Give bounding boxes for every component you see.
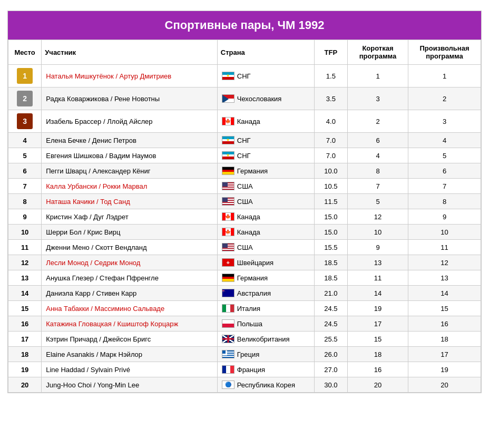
participant-name: Дженни Мено / Скотт Вендланд — [46, 244, 146, 251]
cell-free: 15 — [408, 301, 481, 316]
cell-tfp: 15.5 — [314, 240, 347, 255]
cell-country: США — [217, 179, 314, 194]
cell-free: 1 — [408, 65, 481, 87]
country-cell: 🍁 Канада — [222, 212, 310, 221]
participant-name: Elaine Asanakis / Марк Нэйлор — [46, 350, 142, 358]
cell-short: 4 — [348, 148, 408, 163]
country-cell: 🇦🇺 Австралия — [222, 289, 310, 297]
country-cell: Франция — [222, 365, 310, 374]
country-cell: Греция — [222, 350, 310, 358]
cell-free: 13 — [408, 270, 481, 286]
cell-participant: Катажина Гловацкая / Кшиштоф Корцарж — [42, 316, 218, 332]
cell-place: 2 — [8, 87, 42, 110]
table-row: 8 Наташа Качики / Тод Санд США 11.5 5 8 — [8, 194, 481, 209]
cell-short: 1 — [348, 65, 408, 87]
table-row: 3 Изабель Брассер / Ллойд Айслер 🍁 Канад… — [8, 110, 481, 133]
cell-short: 11 — [348, 270, 408, 286]
table-row: 14 Даниэла Карр / Стивен Карр 🇦🇺 Австрал… — [8, 286, 481, 301]
country-name: Франция — [237, 366, 265, 374]
cell-place: 12 — [8, 255, 42, 270]
place-number: 16 — [21, 320, 28, 328]
cell-tfp: 7.0 — [314, 133, 347, 148]
cell-tfp: 11.5 — [314, 194, 347, 209]
participant-name: Наташа Качики / Тод Санд — [46, 198, 130, 206]
cell-place: 9 — [8, 209, 42, 225]
cell-place: 19 — [8, 362, 42, 377]
participant-name: Пегги Шварц / Александер Кёниг — [46, 167, 150, 175]
table-row: 10 Шерри Бол / Крис Вирц 🍁 Канада 15.0 1… — [8, 225, 481, 240]
country-name: Канада — [237, 228, 260, 236]
cell-free: 14 — [408, 286, 481, 301]
country-name: США — [237, 182, 253, 190]
country-cell: США — [222, 243, 310, 251]
cell-short: 14 — [348, 286, 408, 301]
country-cell: Великобритания — [222, 335, 310, 343]
cell-place: 8 — [8, 194, 42, 209]
country-name: Австралия — [237, 289, 271, 297]
table-row: 9 Кристин Хаф / Дуг Лэдрет 🍁 Канада 15.0… — [8, 209, 481, 225]
cell-place: 15 — [8, 301, 42, 316]
country-name: Польша — [237, 320, 262, 328]
cell-place: 13 — [8, 270, 42, 286]
cell-tfp: 24.5 — [314, 316, 347, 332]
results-table: Место Участник Страна TFP Короткая прогр… — [8, 40, 481, 393]
table-row: 15 Анна Табакки / Массимино Сальваде Ита… — [8, 301, 481, 316]
cell-tfp: 15.0 — [314, 209, 347, 225]
participant-name: Евгения Шишкова / Вадим Наумов — [46, 152, 156, 160]
cell-short: 7 — [348, 179, 408, 194]
table-row: 4 Елена Бечке / Денис Петров ★ СНГ 7.0 6… — [8, 133, 481, 148]
place-number: 10 — [21, 228, 28, 236]
country-cell: Польша — [222, 319, 310, 328]
table-row: 16 Катажина Гловацкая / Кшиштоф Корцарж … — [8, 316, 481, 332]
cell-participant: Кристин Хаф / Дуг Лэдрет — [42, 209, 218, 225]
table-row: 6 Пегги Шварц / Александер Кёниг Германи… — [8, 163, 481, 179]
cell-free: 19 — [408, 362, 481, 377]
cell-short: 17 — [348, 316, 408, 332]
country-name: Италия — [237, 305, 260, 313]
cell-participant: Дженни Мено / Скотт Вендланд — [42, 240, 218, 255]
table-row: 7 Калла Урбански / Рокки Марвал США 10.5… — [8, 179, 481, 194]
place-number: 20 — [21, 381, 28, 389]
cell-participant: Анушка Глезер / Стефан Пфренгле — [42, 270, 218, 286]
place-badge-silver: 2 — [17, 91, 33, 106]
cell-free: 2 — [408, 87, 481, 110]
header-country: Страна — [217, 40, 314, 65]
country-cell: Чехословакия — [222, 94, 310, 103]
cell-short: 9 — [348, 240, 408, 255]
cell-country: 🍁 Канада — [217, 225, 314, 240]
country-name: СНГ — [237, 137, 251, 144]
cell-tfp: 1.5 — [314, 65, 347, 87]
cell-short: 15 — [348, 332, 408, 347]
place-number: 7 — [23, 182, 27, 190]
cell-country: США — [217, 240, 314, 255]
cell-country: Греция — [217, 347, 314, 362]
cell-free: 8 — [408, 194, 481, 209]
header-participant: Участник — [42, 40, 218, 65]
cell-participant: Шерри Бол / Крис Вирц — [42, 225, 218, 240]
table-row: 20 Jung-Hoo Choi / Yong-Min Lee 🔵 Респуб… — [8, 377, 481, 393]
place-number: 13 — [21, 274, 28, 282]
cell-participant: Наталья Мишкутёнок / Артур Дмитриев — [42, 65, 218, 87]
cell-participant: Кэтрин Причард / Джейсон Бригс — [42, 332, 218, 347]
place-number: 12 — [21, 259, 28, 267]
participant-name: Jung-Hoo Choi / Yong-Min Lee — [46, 381, 139, 389]
cell-country: Германия — [217, 270, 314, 286]
cell-place: 7 — [8, 179, 42, 194]
cell-place: 11 — [8, 240, 42, 255]
place-number: 11 — [21, 244, 28, 251]
cell-short: 10 — [348, 225, 408, 240]
place-number: 5 — [23, 152, 27, 160]
country-cell: 🍁 Канада — [222, 117, 310, 125]
cell-free: 6 — [408, 163, 481, 179]
cell-participant: Анна Табакки / Массимино Сальваде — [42, 301, 218, 316]
cell-free: 9 — [408, 209, 481, 225]
cell-short: 5 — [348, 194, 408, 209]
cell-free: 11 — [408, 240, 481, 255]
country-cell: + Швейцария — [222, 258, 310, 267]
cell-participant: Калла Урбански / Рокки Марвал — [42, 179, 218, 194]
participant-name: Анушка Глезер / Стефан Пфренгле — [46, 274, 159, 282]
cell-short: 12 — [348, 209, 408, 225]
cell-free: 3 — [408, 110, 481, 133]
country-name: СНГ — [237, 152, 251, 160]
place-number: 14 — [21, 289, 28, 297]
